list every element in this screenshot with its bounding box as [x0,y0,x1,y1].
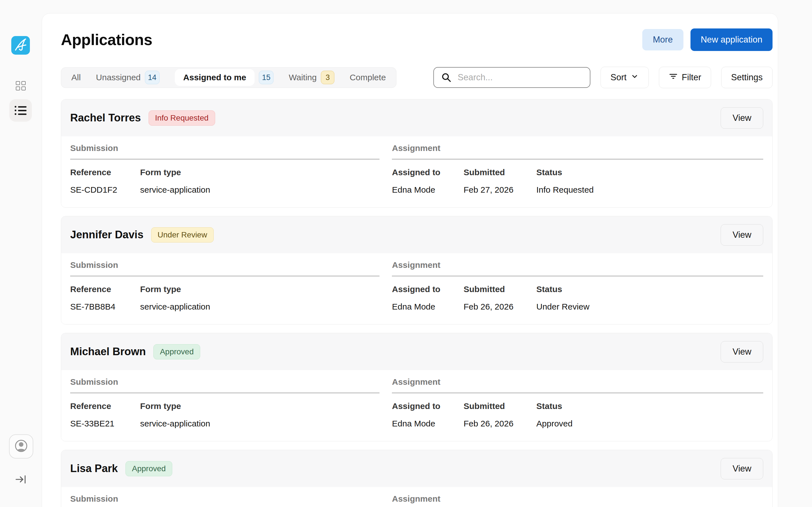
applicant-name: Rachel Torres [70,112,141,124]
status-label: Status [536,401,562,411]
card-body: Submission Assignment [61,487,772,507]
search-input[interactable] [434,67,591,88]
submission-section: Submission Reference Form type SE-7BB8B4… [70,260,379,312]
status-value: Under Review [536,302,589,312]
reference-value: SE-33BE21 [70,418,140,429]
divider [70,159,379,159]
assigned-to-label: Assigned to [392,401,463,411]
status-value: Info Requested [536,185,594,195]
assigned-to-value: Edna Mode [392,302,463,312]
section-title: Assignment [392,143,763,153]
sidebar [0,0,42,507]
assigned-to-label: Assigned to [392,167,463,177]
submitted-value: Feb 26, 2026 [463,418,536,429]
logo-letter-a-icon [13,38,28,53]
section-title: Submission [70,377,379,387]
view-button[interactable]: View [721,224,763,245]
section-title: Submission [70,143,379,153]
profile-button[interactable] [9,434,33,459]
reference-label: Reference [70,401,140,411]
dashboard-grid-icon[interactable] [16,81,26,91]
application-card: Rachel Torres Info Requested View Submis… [61,99,772,208]
divider [392,393,763,393]
form-type-label: Form type [140,401,181,411]
assignment-section: Assignment [392,494,763,507]
app-logo[interactable] [11,36,30,55]
filter-tabbar: All Unassigned 14 Assigned to me 15 Wait… [61,67,396,88]
form-type-value: service-application [140,302,210,312]
application-card: Lisa Park Approved View Submission Assig… [61,450,772,507]
chevron-down-icon [630,72,639,83]
new-application-button[interactable]: New application [691,29,772,51]
tab-unassigned[interactable]: Unassigned 14 [96,71,159,84]
status-badge: Approved [125,461,172,476]
view-button[interactable]: View [721,458,763,480]
assignment-section: Assignment Assigned to Submitted Status … [392,143,763,195]
status-label: Status [536,284,562,294]
status-badge: Under Review [151,227,214,242]
view-button[interactable]: View [721,341,763,362]
page-header: Applications More New application [61,29,772,51]
form-type-value: service-application [140,418,210,429]
submitted-value: Feb 26, 2026 [463,302,536,312]
submitted-value: Feb 27, 2026 [463,185,536,195]
status-label: Status [536,167,562,177]
assignment-section: Assignment Assigned to Submitted Status … [392,377,763,429]
card-body: Submission Reference Form type SE-7BB8B4… [61,253,772,324]
header-actions: More New application [642,29,773,51]
unassigned-count-badge: 14 [145,71,160,84]
settings-button[interactable]: Settings [721,67,772,88]
card-header: Rachel Torres Info Requested View [61,100,772,136]
sort-button[interactable]: Sort [601,67,649,88]
list-icon [15,106,27,115]
divider [70,393,379,393]
card-header: Jennifer Davis Under Review View [61,216,772,253]
assigned-to-value: Edna Mode [392,185,463,195]
submitted-label: Submitted [463,167,536,177]
page-title: Applications [61,31,152,49]
section-title: Submission [70,260,379,270]
view-button[interactable]: View [721,107,763,129]
submitted-label: Submitted [463,284,536,294]
filter-button[interactable]: Filter [659,67,711,88]
reference-label: Reference [70,284,140,294]
filter-lines-icon [669,72,678,83]
search-box [434,67,591,88]
tab-waiting[interactable]: Waiting 3 [289,71,335,84]
user-avatar-icon [13,438,29,455]
assignment-section: Assignment Assigned to Submitted Status … [392,260,763,312]
section-title: Assignment [392,260,763,270]
arrow-to-bar-icon [15,473,27,487]
assigned-to-label: Assigned to [392,284,463,294]
submission-section: Submission Reference Form type SE-CDD1F2… [70,143,379,195]
applicant-name: Michael Brown [70,346,146,358]
form-type-label: Form type [140,167,181,177]
card-body: Submission Reference Form type SE-CDD1F2… [61,136,772,207]
card-body: Submission Reference Form type SE-33BE21… [61,370,772,441]
application-card: Jennifer Davis Under Review View Submiss… [61,216,772,325]
divider [392,159,763,159]
reference-value: SE-7BB8B4 [70,302,140,312]
status-value: Approved [536,418,572,429]
tab-assigned-to-me[interactable]: Assigned to me 15 [175,69,273,86]
application-card: Michael Brown Approved View Submission R… [61,333,772,441]
application-cards: Rachel Torres Info Requested View Submis… [61,99,772,507]
controls-row: All Unassigned 14 Assigned to me 15 Wait… [61,67,772,88]
submitted-label: Submitted [463,401,536,411]
waiting-count-badge: 3 [321,71,335,84]
divider [70,276,379,276]
tab-all[interactable]: All [71,73,81,82]
collapse-sidebar-button[interactable] [15,474,27,486]
card-header: Lisa Park Approved View [61,450,772,487]
more-button[interactable]: More [642,29,684,50]
main-panel: Applications More New application All Un… [42,13,778,507]
divider [392,276,763,276]
status-badge: Info Requested [149,110,215,126]
submission-section: Submission Reference Form type SE-33BE21… [70,377,379,429]
status-badge: Approved [153,344,200,359]
tab-complete[interactable]: Complete [350,73,386,82]
submission-section: Submission [70,494,379,507]
section-title: Assignment [392,377,763,387]
assigned-count-badge: 15 [259,71,273,84]
sidebar-item-applications-list[interactable] [9,99,32,122]
